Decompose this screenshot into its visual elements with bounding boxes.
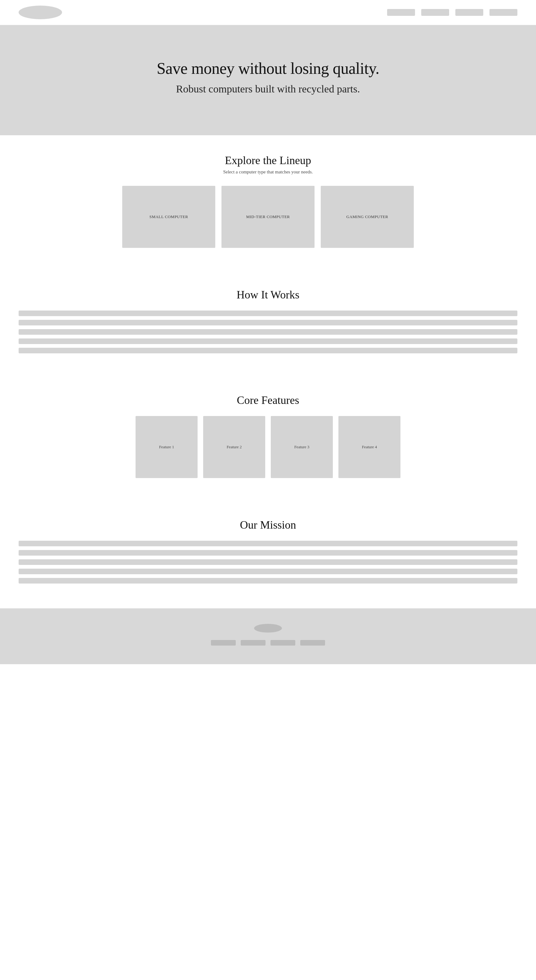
mission-text-line-3: [19, 559, 517, 565]
feature-card-1[interactable]: Feature 1: [135, 416, 197, 478]
nav-link-4[interactable]: [490, 9, 517, 16]
lineup-grid: SMALL COMPUTER MID-TIER COMPUTER GAMING …: [19, 186, 517, 248]
footer-nav: [211, 640, 325, 646]
core-features-title: Core Features: [19, 394, 517, 407]
how-it-works-section: How It Works: [0, 270, 536, 375]
hero-section: Save money without losing quality. Robus…: [0, 25, 536, 135]
footer-logo[interactable]: [254, 624, 282, 633]
mission-text-line-5: [19, 578, 517, 584]
footer-nav-link-4[interactable]: [300, 640, 325, 646]
nav-link-1[interactable]: [387, 9, 415, 16]
lineup-card-small-label: SMALL COMPUTER: [150, 214, 188, 220]
lineup-card-gaming[interactable]: GAMING COMPUTER: [321, 186, 414, 248]
nav-link-3[interactable]: [455, 9, 483, 16]
core-features-section: Core Features Feature 1 Feature 2 Featur…: [0, 375, 536, 500]
how-it-works-title: How It Works: [19, 288, 517, 301]
features-grid: Feature 1 Feature 2 Feature 3 Feature 4: [19, 416, 517, 478]
feature-card-4-label: Feature 4: [362, 445, 377, 450]
mission-title: Our Mission: [19, 519, 517, 531]
footer-nav-link-1[interactable]: [211, 640, 236, 646]
lineup-card-gaming-label: GAMING COMPUTER: [347, 214, 388, 220]
mission-text-line-4: [19, 569, 517, 574]
footer-nav-link-3[interactable]: [270, 640, 295, 646]
mission-section: Our Mission: [0, 500, 536, 608]
text-line-5: [19, 348, 517, 353]
feature-card-1-label: Feature 1: [159, 445, 174, 450]
mission-text-block: [19, 541, 517, 584]
lineup-card-midtier[interactable]: MID-TIER COMPUTER: [221, 186, 315, 248]
footer: [0, 608, 536, 664]
hero-subtitle: Robust computers built with recycled par…: [19, 83, 517, 95]
text-line-1: [19, 310, 517, 316]
mission-text-line-1: [19, 541, 517, 546]
lineup-card-midtier-label: MID-TIER COMPUTER: [246, 214, 290, 220]
lineup-section: Explore the Lineup Select a computer typ…: [0, 135, 536, 270]
footer-nav-link-2[interactable]: [241, 640, 266, 646]
main-nav: [387, 9, 517, 16]
mission-text-line-2: [19, 550, 517, 555]
logo[interactable]: [19, 6, 62, 19]
header: [0, 0, 536, 25]
feature-card-4[interactable]: Feature 4: [339, 416, 401, 478]
feature-card-2-label: Feature 2: [227, 445, 242, 450]
lineup-card-small[interactable]: SMALL COMPUTER: [122, 186, 215, 248]
text-line-3: [19, 329, 517, 335]
how-it-works-text-block: [19, 310, 517, 353]
nav-link-2[interactable]: [421, 9, 449, 16]
hero-title: Save money without losing quality.: [19, 59, 517, 78]
feature-card-2[interactable]: Feature 2: [203, 416, 265, 478]
lineup-subtitle: Select a computer type that matches your…: [19, 169, 517, 175]
text-line-4: [19, 339, 517, 344]
feature-card-3[interactable]: Feature 3: [271, 416, 333, 478]
text-line-2: [19, 320, 517, 325]
lineup-title: Explore the Lineup: [19, 154, 517, 167]
feature-card-3-label: Feature 3: [294, 445, 310, 450]
